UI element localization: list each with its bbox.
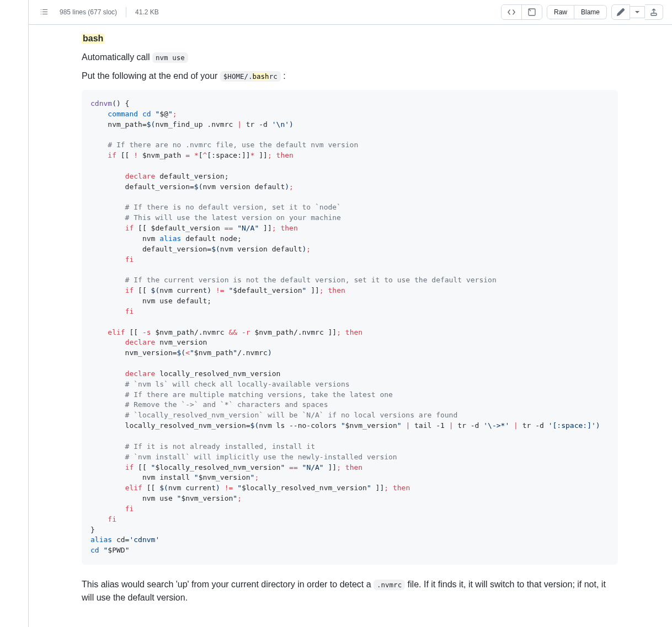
edit-button[interactable] xyxy=(611,4,630,20)
file-header: 985 lines (677 sloc) 41.2 KB Raw Blame xyxy=(29,0,672,25)
nvmrc-inline: .nvmrc xyxy=(374,580,405,590)
open-external-button[interactable] xyxy=(645,4,663,20)
display-source-button[interactable] xyxy=(502,5,522,19)
nvm-use-inline: nvm use xyxy=(152,52,188,63)
raw-button[interactable]: Raw xyxy=(547,5,574,19)
left-gutter xyxy=(0,0,29,627)
file-lines: 985 lines (677 sloc) xyxy=(60,8,117,16)
section-heading-bash: bash xyxy=(82,34,104,44)
file-size: 41.2 KB xyxy=(135,8,159,16)
blame-button[interactable]: Blame xyxy=(574,5,607,19)
toc-icon[interactable] xyxy=(38,6,51,19)
post-codeblock-paragraph: This alias would search 'up' from your c… xyxy=(82,578,618,604)
put-following-text: Put the following at the end of your $HO… xyxy=(82,71,618,81)
bash-codeblock: cdnvm() { command cd "$@"; nvm_path=$(nv… xyxy=(82,90,618,565)
auto-call-text: Automatically call nvm use xyxy=(82,52,618,62)
more-edit-button[interactable] xyxy=(630,6,645,18)
readme-content: bash Automatically call nvm use Put the … xyxy=(29,25,636,622)
display-rendered-button[interactable] xyxy=(522,5,542,19)
svg-rect-1 xyxy=(651,13,657,15)
bashrc-inline: $HOME/.bashrc xyxy=(220,71,281,82)
divider xyxy=(126,7,126,17)
